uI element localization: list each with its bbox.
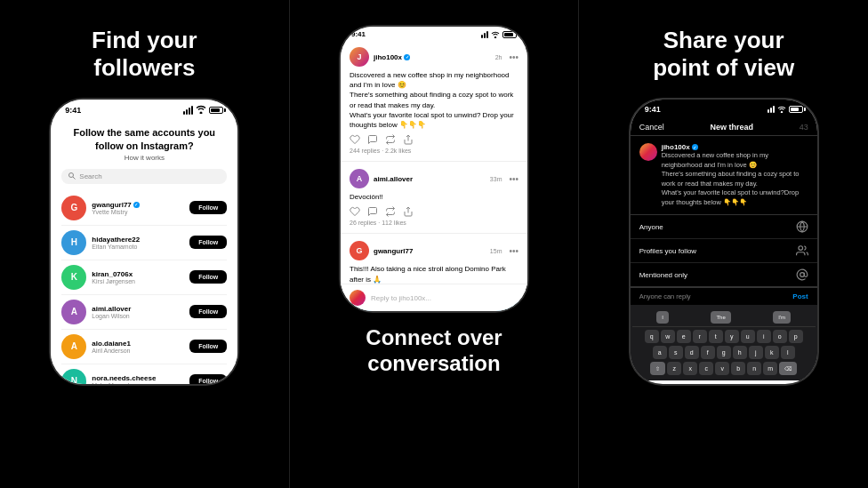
suggestion-0[interactable]: I: [656, 311, 669, 324]
signal-bar-1: [183, 111, 185, 115]
user-info-4: alo.daiane1 Airil Anderson: [92, 340, 189, 354]
suggestion-1[interactable]: The: [711, 311, 730, 324]
reply-bar[interactable]: Reply to jiho100x...: [341, 284, 527, 311]
key-n[interactable]: n: [747, 362, 761, 375]
key-r[interactable]: r: [693, 330, 707, 343]
keyboard: I The I'm q w e r t y u i o p a: [631, 305, 817, 380]
follow-button-1[interactable]: Follow: [189, 236, 227, 249]
key-o[interactable]: o: [773, 330, 787, 343]
keyboard-row-0: q w e r t y u i o p: [632, 330, 816, 343]
key-k[interactable]: k: [765, 346, 779, 359]
user-row-2: K kiran_0706x Kirsi Jørgensen Follow: [61, 260, 227, 295]
heart-icon-0[interactable]: [350, 134, 360, 145]
key-i[interactable]: i: [757, 330, 771, 343]
key-s[interactable]: s: [669, 346, 683, 359]
key-shift[interactable]: ⇧: [650, 362, 665, 375]
compose-avatar: [639, 143, 657, 161]
suggestion-2[interactable]: I'm: [773, 311, 791, 324]
key-u[interactable]: u: [741, 330, 755, 343]
follow-button-3[interactable]: Follow: [189, 305, 227, 318]
left-phone: 9:41 Follow the same accounts you follow…: [51, 100, 237, 384]
key-c[interactable]: c: [699, 362, 713, 375]
key-w[interactable]: w: [661, 330, 675, 343]
user-handle-2: kiran_0706x: [92, 270, 189, 278]
user-name-5: Myka Mercado: [92, 382, 189, 384]
user-info-1: hidayathere22 Eitan Yamamoto: [92, 236, 189, 250]
share-icon-1[interactable]: [403, 206, 414, 217]
user-name-4: Airil Anderson: [92, 348, 189, 354]
comment-icon-0[interactable]: [367, 134, 378, 145]
post-username-1: aimi.allover: [374, 175, 413, 183]
repost-icon-1[interactable]: [385, 206, 396, 217]
key-b[interactable]: b: [731, 362, 745, 375]
follow-button-0[interactable]: Follow: [189, 201, 227, 214]
middle-bottom-text: Connect overconversation: [366, 325, 502, 377]
user-handle-4: alo.daiane1: [92, 340, 189, 348]
heart-icon-1[interactable]: [350, 206, 360, 217]
key-f[interactable]: f: [701, 346, 715, 359]
follow-screen: Follow the same accounts you follow on I…: [51, 117, 237, 384]
audience-row-2[interactable]: Mentioned only: [631, 263, 817, 286]
user-row-3: A aimi.allover Logan Wilson Follow: [61, 295, 227, 330]
key-t[interactable]: t: [709, 330, 723, 343]
battery-right: [789, 106, 803, 113]
post-time-2: 15m: [490, 248, 502, 254]
follow-button-4[interactable]: Follow: [189, 340, 227, 353]
key-h[interactable]: h: [733, 346, 747, 359]
search-box[interactable]: Search: [61, 169, 227, 184]
key-l[interactable]: l: [781, 346, 795, 359]
key-d[interactable]: d: [685, 346, 699, 359]
key-m[interactable]: m: [763, 362, 777, 375]
key-delete[interactable]: ⌫: [779, 362, 797, 375]
keyboard-suggestions: I The I'm: [632, 308, 816, 327]
comment-icon-1[interactable]: [367, 206, 378, 217]
repost-icon-0[interactable]: [385, 134, 396, 145]
key-e[interactable]: e: [677, 330, 691, 343]
wifi-icon-right: [777, 106, 786, 113]
user-info-5: nora.needs.cheese Myka Mercado: [92, 374, 189, 384]
avatar-4: A: [61, 334, 86, 359]
share-icon-0[interactable]: [403, 134, 414, 145]
wifi-icon: [196, 105, 206, 116]
cancel-button[interactable]: Cancel: [639, 123, 664, 132]
search-icon: [68, 172, 76, 180]
audience-row-0[interactable]: Anyone: [631, 215, 817, 239]
how-it-works-link[interactable]: How it works: [61, 154, 227, 162]
user-handle-5: nora.needs.cheese: [92, 374, 189, 382]
right-phone: 9:41 Cancel New thread 43: [631, 100, 817, 384]
avatar-1: H: [61, 230, 86, 255]
post-time-1: 33m: [490, 176, 502, 182]
key-v[interactable]: v: [715, 362, 729, 375]
key-g[interactable]: g: [717, 346, 731, 359]
key-x[interactable]: x: [683, 362, 697, 375]
key-p[interactable]: p: [789, 330, 803, 343]
compose-post-username: jiho100x ✓: [662, 143, 808, 151]
user-name-1: Eitan Yamamoto: [92, 244, 189, 250]
follow-button-5[interactable]: Follow: [189, 374, 227, 384]
follow-button-2[interactable]: Follow: [189, 270, 227, 284]
user-handle-1: hidayathere22: [92, 236, 189, 244]
audience-row-1[interactable]: Profiles you follow: [631, 239, 817, 263]
post-menu-1[interactable]: •••: [509, 174, 518, 184]
key-q[interactable]: q: [645, 330, 659, 343]
status-bar-right: 9:41: [631, 100, 817, 116]
reply-avatar: [350, 290, 366, 306]
audience-label-2: Mentioned only: [639, 271, 687, 279]
reply-input[interactable]: Reply to jiho100x...: [371, 294, 518, 302]
compose-post-info: jiho100x ✓ Discovered a new coffee shop …: [662, 143, 808, 207]
post-menu-2[interactable]: •••: [509, 246, 518, 256]
status-bar-middle: 9:41: [341, 27, 527, 40]
user-name-0: Yvette Mistry: [92, 209, 189, 215]
key-j[interactable]: j: [749, 346, 763, 359]
post-button[interactable]: Post: [792, 292, 808, 300]
avatar-0: G: [61, 196, 86, 220]
battery-icon: [209, 107, 223, 114]
key-y[interactable]: y: [725, 330, 739, 343]
compose-screen: Cancel New thread 43 jiho100x ✓ Discover…: [631, 116, 817, 380]
user-handle-0: gwangurl77 ✓: [92, 201, 189, 209]
svg-point-0: [69, 173, 74, 178]
key-z[interactable]: z: [667, 362, 681, 375]
post-menu-0[interactable]: •••: [509, 52, 518, 62]
post-username-0: jiho100x ✓: [374, 53, 410, 61]
key-a[interactable]: a: [653, 346, 667, 359]
